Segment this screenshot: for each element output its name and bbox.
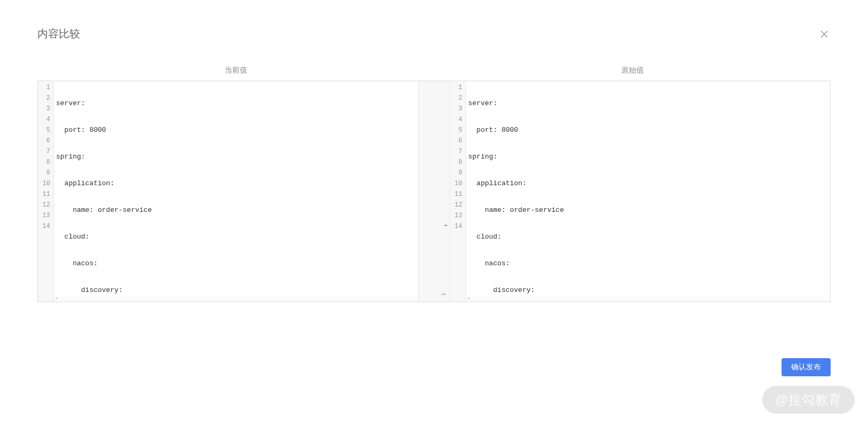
line-number: 1: [38, 82, 53, 93]
line-number: 5: [450, 125, 465, 136]
line-number: 3: [450, 104, 465, 114]
line-number: 8: [38, 157, 53, 168]
column-headers: 当前值 原始值: [37, 62, 831, 78]
scroll-hint: ◂: [54, 295, 418, 302]
left-column-header: 当前值: [37, 62, 434, 78]
diff-middle-gutter: ⬅ ⇒⇐: [418, 81, 450, 302]
code-line: nacos:: [54, 258, 418, 269]
code-line: cloud:: [54, 232, 418, 242]
scroll-indicator-icon: ⇒⇐: [441, 291, 445, 297]
modal-footer: 确认发布: [782, 358, 831, 376]
scroll-hint: ◂: [466, 295, 830, 302]
line-number: 6: [450, 136, 465, 146]
right-code-area[interactable]: server: port: 8000 spring: application: …: [466, 81, 830, 302]
line-number: 14: [38, 221, 53, 232]
line-number: 4: [450, 114, 465, 125]
code-line: application:: [466, 178, 830, 189]
line-number: 6: [38, 136, 53, 146]
line-number: 14: [450, 221, 465, 232]
code-line: name: order-service: [54, 205, 418, 216]
line-number: 12: [38, 200, 53, 210]
line-number: 11: [38, 189, 53, 200]
line-number: 12: [450, 200, 465, 210]
modal-header: 内容比较: [37, 27, 831, 41]
line-number: 3: [38, 104, 53, 114]
left-gutter: 1 2 3 4 5 6 7 8 9 10 11 12 13 14: [38, 81, 54, 302]
line-number: 9: [450, 168, 465, 178]
code-line: name: order-service: [466, 205, 830, 216]
line-number: 10: [38, 178, 53, 189]
code-line: cloud:: [466, 232, 830, 242]
line-number: 9: [38, 168, 53, 178]
confirm-publish-button[interactable]: 确认发布: [782, 358, 831, 376]
right-gutter: 1 2 3 4 5 6 7 8 9 10 11 12 13 14: [450, 81, 466, 302]
right-column-header: 原始值: [434, 62, 831, 78]
line-number: 11: [450, 189, 465, 200]
code-line: server:: [54, 98, 418, 109]
line-number: 7: [450, 146, 465, 157]
line-number: 13: [38, 210, 53, 221]
line-number: 2: [450, 93, 465, 104]
code-line: spring:: [54, 152, 418, 162]
line-number: 4: [38, 114, 53, 125]
code-line: server:: [466, 98, 830, 109]
code-line: port: 8000: [54, 125, 418, 136]
diff-container: 1 2 3 4 5 6 7 8 9 10 11 12 13 14 server:…: [37, 81, 831, 302]
modal-title: 内容比较: [37, 27, 80, 41]
code-line: nacos:: [466, 258, 830, 269]
code-line: discovery:: [466, 285, 830, 296]
left-diff-pane[interactable]: 1 2 3 4 5 6 7 8 9 10 11 12 13 14 server:…: [38, 81, 418, 302]
line-number: 7: [38, 146, 53, 157]
code-line: port: 8000: [466, 125, 830, 136]
left-code-area[interactable]: server: port: 8000 spring: application: …: [54, 81, 418, 302]
scroll-left-icon: ◂: [55, 295, 58, 301]
line-number: 10: [450, 178, 465, 189]
line-number: 5: [38, 125, 53, 136]
close-button[interactable]: [818, 28, 831, 41]
code-line: discovery:: [54, 285, 418, 296]
watermark: @拉勾教育: [762, 386, 855, 414]
line-number: 8: [450, 157, 465, 168]
merge-left-arrow[interactable]: ⬅: [444, 222, 447, 229]
diff-modal: 内容比较 当前值 原始值 1 2 3 4 5 6 7 8 9 10: [0, 0, 868, 302]
right-diff-pane[interactable]: 1 2 3 4 5 6 7 8 9 10 11 12 13 14 server:…: [450, 81, 830, 302]
code-line: application:: [54, 178, 418, 189]
line-number: 1: [450, 82, 465, 93]
line-number: 2: [38, 93, 53, 104]
line-number: 13: [450, 210, 465, 221]
scroll-left-icon: ◂: [467, 295, 470, 301]
code-line: spring:: [466, 152, 830, 162]
close-icon: [820, 30, 828, 38]
